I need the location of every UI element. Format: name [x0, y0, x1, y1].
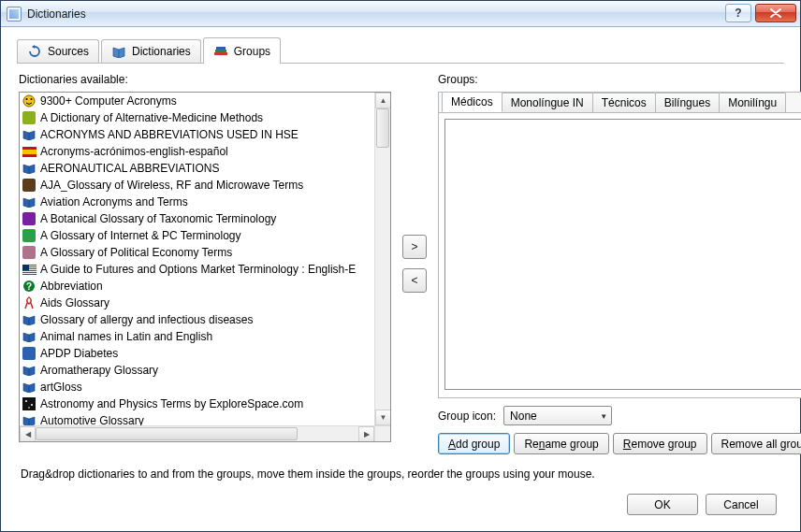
list-item-label: 9300+ Computer Acronyms	[40, 93, 177, 109]
list-item[interactable]: Automotive Glossary	[20, 412, 374, 425]
book-icon	[22, 194, 36, 209]
group-tab-0[interactable]: Médicos	[442, 92, 502, 112]
ok-button[interactable]: OK	[627, 494, 698, 515]
book-icon	[111, 44, 126, 59]
group-tab-2[interactable]: Técnicos	[592, 93, 656, 112]
list-item[interactable]: A Glossary of Political Economy Terms	[20, 244, 374, 261]
list-item[interactable]: Astronomy and Physics Terms by ExploreSp…	[20, 395, 374, 412]
help-button[interactable]: ?	[725, 4, 751, 22]
tab-sources-label: Sources	[48, 45, 89, 58]
list-item[interactable]: A Dictionary of Alternative-Medicine Met…	[20, 109, 374, 126]
scroll-up-button[interactable]: ▲	[375, 93, 391, 108]
group-content-list[interactable]	[444, 119, 801, 390]
list-item-label: Glossary of allergy and infectious disea…	[40, 311, 253, 328]
list-item[interactable]: ?Abbreviation	[20, 278, 374, 295]
svg-point-20	[28, 407, 30, 409]
list-item-label: Abbreviation	[40, 278, 103, 295]
list-item[interactable]: Acronyms-acrónimos-english-español	[20, 143, 374, 160]
list-item-label: Animal names in Latin and English	[40, 328, 212, 345]
flag-es-icon	[22, 144, 36, 159]
horizontal-scroll-thumb[interactable]	[36, 427, 298, 440]
refresh-icon	[27, 44, 42, 59]
move-left-button[interactable]: <	[402, 268, 427, 293]
scroll-right-button[interactable]: ▶	[358, 426, 374, 442]
list-item-label: A Glossary of Internet & PC Terminology	[40, 227, 241, 244]
book-icon	[22, 413, 36, 425]
group-icon-dropdown[interactable]: None ▼	[503, 406, 612, 425]
group-tab-4[interactable]: Monilíngu	[719, 93, 786, 112]
list-item-label: AJA_Glossary of Wireless, RF and Microwa…	[40, 177, 303, 194]
list-item[interactable]: A Guide to Futures and Options Market Te…	[20, 261, 374, 278]
group-icon-value: None	[510, 410, 537, 423]
list-item[interactable]: ACRONYMS AND ABBREVIATIONS USED IN HSE	[20, 126, 374, 143]
list-item-label: APDP Diabetes	[40, 345, 118, 362]
list-item-label: A Botanical Glossary of Taxonomic Termin…	[40, 210, 276, 227]
scroll-left-button[interactable]: ◀	[20, 426, 36, 442]
list-item-label: ACRONYMS AND ABBREVIATIONS USED IN HSE	[40, 126, 299, 143]
group-tab-3[interactable]: Bilíngues	[655, 93, 720, 112]
tab-sources[interactable]: Sources	[17, 39, 99, 63]
chevron-down-icon: ▼	[600, 411, 607, 420]
dictionaries-dialog: Dictionaries ? Sources Dictionaries	[0, 0, 801, 532]
list-item-label: Aids Glossary	[40, 295, 109, 311]
disc-icon	[22, 178, 36, 193]
list-item[interactable]: A Botanical Glossary of Taxonomic Termin…	[20, 210, 374, 227]
app-icon	[7, 7, 22, 22]
available-label: Dictionaries available:	[19, 73, 391, 86]
svg-text:?: ?	[26, 281, 32, 292]
list-item[interactable]: Aids Glossary	[20, 295, 374, 311]
group-tab-1[interactable]: Monolíngue IN	[502, 93, 593, 112]
tab-dictionaries[interactable]: Dictionaries	[101, 39, 201, 63]
svg-point-19	[31, 404, 33, 406]
remove-group-button[interactable]: Remove group	[613, 433, 707, 454]
svg-point-5	[31, 98, 33, 100]
available-dictionaries-list[interactable]: 9300+ Computer AcronymsA Dictionary of A…	[19, 92, 391, 442]
list-item-label: A Dictionary of Alternative-Medicine Met…	[40, 109, 263, 126]
vertical-scroll-thumb[interactable]	[376, 108, 389, 148]
ribbon-icon	[22, 295, 36, 310]
cancel-button[interactable]: Cancel	[706, 494, 777, 515]
list-item[interactable]: Glossary of allergy and infectious disea…	[20, 311, 374, 328]
leaf-icon	[22, 110, 36, 125]
smiley-icon	[22, 93, 36, 108]
svg-rect-0	[214, 52, 227, 55]
list-item[interactable]: APDP Diabetes	[20, 345, 374, 362]
list-item[interactable]: artGloss	[20, 379, 374, 395]
list-item[interactable]: A Glossary of Internet & PC Terminology	[20, 227, 374, 244]
svg-rect-1	[215, 50, 226, 52]
book-icon	[22, 380, 36, 395]
list-item[interactable]: AERONAUTICAL ABBREVIATIONS	[20, 160, 374, 177]
svg-point-3	[23, 95, 35, 107]
diamond-icon	[22, 346, 36, 361]
horizontal-scrollbar[interactable]: ◀ ▶	[20, 425, 374, 441]
plant-icon	[22, 211, 36, 226]
list-item[interactable]: Aviation Acronyms and Terms	[20, 194, 374, 210]
groups-tabstrip: Médicos Monolíngue IN Técnicos Bilíngues…	[439, 93, 801, 113]
svg-rect-13	[22, 273, 36, 274]
titlebar: Dictionaries ?	[1, 1, 800, 27]
svg-rect-17	[22, 397, 36, 410]
list-item[interactable]: 9300+ Computer Acronyms	[20, 93, 374, 109]
rename-group-button[interactable]: Rename group	[514, 433, 608, 454]
list-item[interactable]: AJA_Glossary of Wireless, RF and Microwa…	[20, 177, 374, 194]
tab-groups[interactable]: Groups	[203, 37, 281, 64]
book-icon	[22, 329, 36, 344]
svg-point-18	[25, 400, 27, 402]
globe-icon	[22, 228, 36, 243]
add-group-button[interactable]: Add group	[438, 433, 510, 454]
scroll-down-button[interactable]: ▼	[375, 410, 391, 425]
svg-rect-14	[22, 265, 29, 270]
space-icon	[22, 396, 36, 411]
svg-rect-7	[22, 150, 36, 154]
vertical-scrollbar[interactable]: ▲ ▼	[374, 93, 390, 425]
move-right-button[interactable]: >	[402, 235, 427, 259]
doc-icon	[22, 245, 36, 260]
list-item[interactable]: Animal names in Latin and English	[20, 328, 374, 345]
book-icon	[22, 312, 36, 327]
list-item[interactable]: Aromatherapy Glossary	[20, 362, 374, 379]
list-item-label: A Glossary of Political Economy Terms	[40, 244, 232, 261]
close-button[interactable]	[755, 4, 796, 22]
list-item-label: artGloss	[40, 379, 82, 395]
book-icon	[22, 363, 36, 378]
remove-all-groups-button[interactable]: Remove all groups	[711, 433, 801, 454]
